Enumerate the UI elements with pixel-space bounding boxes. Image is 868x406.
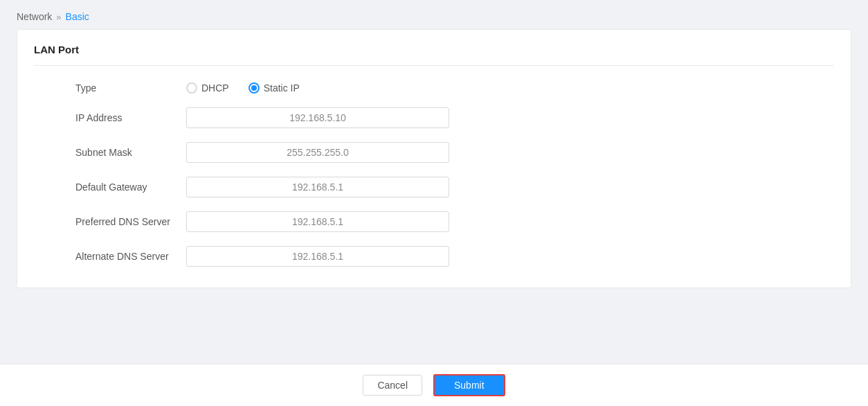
default-gateway-input[interactable]: [186, 177, 449, 197]
cancel-button[interactable]: Cancel: [363, 375, 422, 396]
alternate-dns-input[interactable]: [186, 246, 449, 267]
card-title: LAN Port: [34, 44, 834, 66]
static-ip-option[interactable]: Static IP: [248, 82, 300, 94]
footer: Cancel Submit: [0, 364, 868, 406]
preferred-dns-control: [186, 211, 449, 232]
ip-address-row: IP Address: [34, 107, 834, 128]
default-gateway-row: Default Gateway: [34, 177, 834, 197]
breadcrumb-current[interactable]: Basic: [66, 11, 89, 22]
dhcp-radio[interactable]: [186, 82, 197, 94]
breadcrumb-separator: »: [56, 12, 61, 22]
subnet-mask-row: Subnet Mask: [34, 142, 834, 163]
subnet-mask-label: Subnet Mask: [34, 147, 186, 158]
preferred-dns-label: Preferred DNS Server: [34, 216, 186, 227]
subnet-mask-control: [186, 142, 449, 163]
subnet-mask-input[interactable]: [186, 142, 449, 163]
form-section: Type DHCP Static IP: [34, 82, 834, 267]
default-gateway-control: [186, 177, 449, 197]
ip-address-input[interactable]: [186, 107, 449, 128]
alternate-dns-control: [186, 246, 449, 267]
alternate-dns-row: Alternate DNS Server: [34, 246, 834, 267]
type-label: Type: [34, 82, 186, 94]
lan-port-card: LAN Port Type DHCP Static IP: [17, 29, 851, 288]
default-gateway-label: Default Gateway: [34, 182, 186, 193]
type-row: Type DHCP Static IP: [34, 82, 834, 94]
static-ip-label: Static IP: [264, 82, 300, 94]
ip-address-label: IP Address: [34, 112, 186, 123]
dhcp-label: DHCP: [201, 82, 229, 94]
type-radio-group: DHCP Static IP: [186, 82, 449, 94]
breadcrumb-root: Network: [17, 11, 52, 22]
preferred-dns-input[interactable]: [186, 211, 449, 232]
static-ip-radio[interactable]: [248, 82, 260, 94]
main-content: LAN Port Type DHCP Static IP: [0, 29, 868, 364]
breadcrumb: Network » Basic: [0, 0, 868, 29]
preferred-dns-row: Preferred DNS Server: [34, 211, 834, 232]
dhcp-option[interactable]: DHCP: [186, 82, 229, 94]
type-control: DHCP Static IP: [186, 82, 449, 94]
submit-button[interactable]: Submit: [433, 374, 505, 396]
alternate-dns-label: Alternate DNS Server: [34, 251, 186, 262]
ip-address-control: [186, 107, 449, 128]
